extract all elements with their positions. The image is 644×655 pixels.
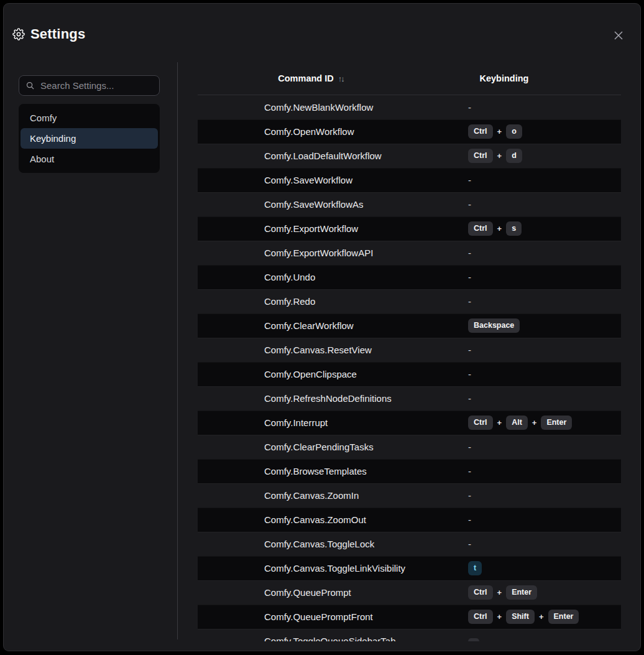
no-keybinding-dash: -: [468, 442, 471, 452]
table-header: Command ID ↑↓ Keybinding: [198, 62, 621, 95]
keybinding-cell: Ctrl+s: [468, 221, 522, 236]
table-row[interactable]: Comfy.Canvas.ToggleLock -: [198, 532, 621, 556]
keybinding-cell: -: [468, 466, 471, 476]
no-keybinding-dash: -: [468, 296, 471, 307]
command-id-cell: Comfy.Interrupt: [264, 417, 328, 428]
key-chip: s: [506, 221, 522, 236]
key-plus-separator: +: [539, 612, 544, 621]
search-input[interactable]: [40, 80, 153, 91]
keybinding-cell: -: [468, 102, 471, 113]
key-chip: Ctrl: [468, 416, 493, 430]
key-chip: Ctrl: [468, 610, 493, 624]
no-keybinding-dash: -: [468, 345, 471, 355]
close-button[interactable]: [612, 29, 625, 42]
table-row[interactable]: Comfy.QueuePromptFront Ctrl+Shift+Enter: [198, 605, 621, 629]
table-row[interactable]: Comfy.Interrupt Ctrl+Alt+Enter: [198, 411, 621, 435]
no-keybinding-dash: -: [468, 490, 471, 501]
search-icon: [25, 81, 35, 90]
table-row[interactable]: Comfy.NewBlankWorkflow -: [198, 95, 621, 119]
keybinding-cell: t: [468, 561, 482, 575]
key-plus-separator: +: [497, 224, 502, 233]
nav-item-label: Keybinding: [30, 133, 76, 144]
no-keybinding-dash: -: [468, 272, 471, 282]
key-chip: Ctrl: [468, 221, 493, 236]
table-row[interactable]: Comfy.LoadDefaultWorkflow Ctrl+d: [198, 144, 621, 168]
command-id-cell: Comfy.SaveWorkflow: [264, 175, 352, 185]
table-row[interactable]: Comfy.SaveWorkflowAs -: [198, 192, 621, 216]
nav-item[interactable]: Comfy: [21, 108, 158, 128]
keybinding-cell: -: [468, 442, 471, 452]
column-header-keybinding: Keybinding: [480, 73, 529, 83]
dialog-title: Settings: [30, 26, 85, 42]
table-row[interactable]: Comfy.SaveWorkflow -: [198, 168, 621, 192]
command-id-cell: Comfy.ExportWorkflowAPI: [264, 248, 373, 258]
key-chip: o: [506, 124, 522, 139]
gear-icon: [12, 28, 25, 40]
key-plus-separator: +: [497, 588, 502, 597]
table-row[interactable]: Comfy.Redo -: [198, 289, 621, 314]
table-row[interactable]: Comfy.OpenClipspace -: [198, 362, 621, 386]
keybinding-cell: -: [468, 514, 471, 525]
table-row[interactable]: Comfy.Canvas.ZoomIn -: [198, 483, 621, 508]
no-keybinding-dash: -: [468, 175, 471, 185]
table-row[interactable]: Comfy.RefreshNodeDefinitions -: [198, 386, 621, 411]
nav-item-label: Comfy: [30, 113, 57, 123]
table-row[interactable]: Comfy.Canvas.ResetView -: [198, 338, 621, 362]
table-row[interactable]: Comfy.ClearPendingTasks -: [198, 435, 621, 459]
keybinding-table: Command ID ↑↓ Keybinding Comfy.NewBlankW…: [198, 62, 621, 641]
key-chip: Shift: [506, 610, 535, 624]
keybinding-cell: Ctrl+Shift+Enter: [468, 610, 579, 624]
keybinding-cell: -: [468, 272, 471, 282]
table-row[interactable]: Comfy.ClearWorkflow Backspace: [198, 314, 621, 338]
table-row[interactable]: Comfy.OpenWorkflow Ctrl+o: [198, 119, 621, 144]
key-plus-separator: +: [532, 418, 537, 427]
key-plus-separator: +: [497, 151, 502, 160]
command-id-cell: Comfy.ClearWorkflow: [264, 320, 354, 331]
command-id-cell: Comfy.Canvas.ZoomIn: [264, 490, 359, 501]
no-keybinding-dash: -: [468, 369, 471, 379]
keybinding-cell: -: [468, 345, 471, 355]
key-chip: Enter: [548, 610, 579, 624]
table-row[interactable]: Comfy.Canvas.ToggleLinkVisibility t: [198, 556, 621, 580]
no-keybinding-dash: -: [468, 466, 471, 476]
sidebar-divider: [177, 62, 178, 639]
table-row[interactable]: Comfy.Canvas.ZoomOut -: [198, 508, 621, 532]
key-plus-separator: +: [497, 612, 502, 621]
table-row[interactable]: Comfy.ExportWorkflowAPI -: [198, 241, 621, 265]
table-row[interactable]: Comfy.QueuePrompt Ctrl+Enter: [198, 580, 621, 605]
command-id-cell: Comfy.Canvas.ToggleLock: [264, 539, 374, 549]
command-id-cell: Comfy.Canvas.ToggleLinkVisibility: [264, 563, 405, 574]
no-keybinding-dash: -: [468, 393, 471, 404]
table-row[interactable]: Comfy.BrowseTemplates -: [198, 459, 621, 483]
sort-icon: ↑↓: [338, 74, 344, 83]
key-chip: Backspace: [468, 318, 520, 333]
command-id-cell: Comfy.Redo: [264, 296, 315, 307]
key-plus-separator: +: [497, 418, 502, 427]
no-keybinding-dash: -: [468, 102, 471, 113]
key-chip: Enter: [506, 585, 537, 600]
command-id-cell: Comfy.BrowseTemplates: [264, 466, 367, 476]
keybinding-cell: -: [468, 490, 471, 501]
key-chip: Ctrl: [468, 149, 493, 163]
column-header-command-id[interactable]: Command ID ↑↓: [278, 73, 343, 83]
command-id-cell: Comfy.RefreshNodeDefinitions: [264, 393, 392, 404]
nav-item[interactable]: About: [21, 149, 158, 169]
key-chip: [468, 638, 479, 642]
table-row[interactable]: Comfy.Undo -: [198, 265, 621, 289]
command-id-cell: Comfy.Canvas.ResetView: [264, 345, 372, 355]
command-id-cell: Comfy.QueuePrompt: [264, 587, 351, 598]
table-row[interactable]: Comfy.ToggleQueueSidebarTab: [198, 629, 621, 641]
key-chip: Alt: [506, 416, 528, 430]
keybinding-cell: -: [468, 296, 471, 307]
search-box: [19, 75, 160, 96]
command-id-cell: Comfy.OpenWorkflow: [264, 126, 354, 137]
nav-item[interactable]: Keybinding: [21, 128, 158, 149]
key-chip: t: [468, 561, 482, 575]
key-chip: Ctrl: [468, 124, 493, 139]
close-icon: [614, 30, 623, 40]
keybinding-cell: Backspace: [468, 318, 520, 333]
settings-nav: Comfy Keybinding About: [19, 104, 160, 173]
keybinding-cell: Ctrl+d: [468, 149, 522, 163]
table-row[interactable]: Comfy.ExportWorkflow Ctrl+s: [198, 216, 621, 241]
command-id-cell: Comfy.ClearPendingTasks: [264, 442, 374, 452]
